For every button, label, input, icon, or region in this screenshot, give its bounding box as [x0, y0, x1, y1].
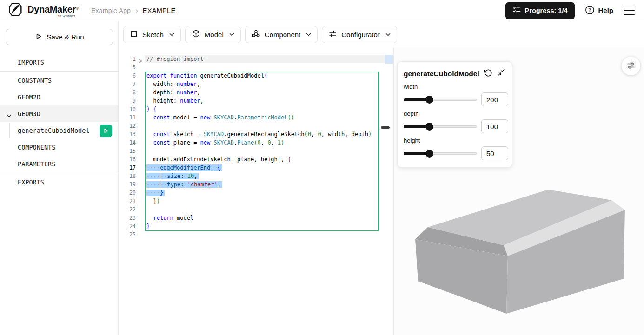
selection-highlight: ····} [146, 190, 165, 196]
sidebar-item-label: GEOM3D [18, 110, 40, 118]
height-label: height [404, 137, 506, 144]
editor-toolbar: SketchModelComponentConfigurator [119, 21, 644, 47]
code-text: return model [146, 214, 193, 222]
slider-thumb[interactable] [425, 96, 433, 104]
selection-highlight: ······size: 10, [146, 173, 199, 179]
splitter-handle[interactable] [381, 126, 390, 129]
code-line-1[interactable]: 1// #region import⋯ [119, 55, 393, 63]
code-text: ····} [146, 189, 165, 197]
code-line-18[interactable]: 18······size: 10, [119, 172, 393, 180]
code-line-11[interactable]: 11 const model = new SKYCAD.ParametricMo… [119, 113, 393, 122]
sidebar-item-label: IMPORTS [18, 59, 44, 66]
sidebar-item-geom3d[interactable]: GEOM3D [0, 105, 118, 122]
toolbar-menu-component[interactable]: Component [245, 26, 318, 43]
code-line-19[interactable]: 19······type: 'chamfer', [119, 180, 393, 189]
sidebar-item-geom2d[interactable]: GEOM2D [0, 89, 118, 105]
code-line-6[interactable]: 6export function generateCuboidModel( [119, 72, 393, 80]
chevron-down-icon [385, 33, 391, 36]
parameter-row-width: width [404, 83, 506, 106]
sidebar-item-components[interactable]: COMPONENTS [0, 139, 118, 156]
save-run-label: Save & Run [46, 33, 84, 41]
depth-input[interactable] [481, 119, 508, 133]
code-line-16[interactable]: 16 model.addExtrude(sketch, plane, heigh… [119, 155, 393, 164]
width-label: width [404, 83, 506, 90]
code-text: export function generateCuboidModel( [146, 72, 267, 80]
line-number: 6 [119, 72, 136, 80]
logo-title: DynaMaker [27, 4, 76, 14]
app-header: DynaMaker® by SkyMaker Example App › EXA… [0, 0, 644, 21]
breadcrumb-chevron-icon: › [135, 7, 138, 14]
code-line-13[interactable]: 13 const sketch = SKYCAD.generateRectang… [119, 130, 393, 138]
code-editor[interactable]: 1// #region import⋯56export function gen… [119, 47, 393, 335]
code-line-17[interactable]: 17····edgeModifierEnd: { [119, 164, 393, 172]
toolbar-menu-sketch[interactable]: Sketch [123, 26, 181, 43]
help-button[interactable]: ? Help [585, 5, 613, 16]
code-line-14[interactable]: 14 const plane = new SKYCAD.Plane(0, 0, … [119, 138, 393, 147]
code-text: const sketch = SKYCAD.generateRectangleS… [146, 130, 372, 138]
sidebar-item-constants[interactable]: CONSTANTS [0, 72, 118, 89]
app-window: DynaMaker® by SkyMaker Example App › EXA… [0, 0, 644, 335]
run-function-button[interactable] [100, 125, 112, 137]
parameter-rows: widthdepthheight [404, 83, 506, 160]
depth-slider[interactable] [404, 123, 477, 131]
sidebar-item-parameters[interactable]: PARAMETERS [0, 156, 118, 172]
code-line-21[interactable]: 21 }) [119, 197, 393, 205]
overview-ruler[interactable] [385, 47, 393, 335]
viewport-3d[interactable]: generateCuboidModel [393, 47, 644, 335]
code-line-5[interactable]: 5 [119, 63, 393, 72]
slider-thumb[interactable] [425, 123, 433, 131]
code-line-23[interactable]: 23 return model [119, 214, 393, 222]
breadcrumb: Example App › EXAMPLE [91, 7, 176, 14]
code-line-22[interactable]: 22 [119, 205, 393, 214]
chevron-down-icon [229, 33, 234, 36]
code-lines: 1// #region import⋯56export function gen… [119, 47, 393, 335]
save-run-button[interactable]: Save & Run [6, 29, 113, 45]
sidebar-item-imports[interactable]: IMPORTS [0, 54, 118, 71]
model-cube-icon [192, 29, 200, 39]
line-number: 9 [119, 97, 136, 105]
width-input[interactable] [481, 92, 508, 106]
reset-parameters-button[interactable] [483, 68, 493, 79]
dynamaker-logo[interactable]: DynaMaker® by SkyMaker [7, 2, 79, 19]
toolbar-menu-model[interactable]: Model [185, 26, 241, 43]
code-text: height: number, [146, 97, 204, 105]
code-line-7[interactable]: 7 width: number, [119, 80, 393, 88]
sidebar-item-exports[interactable]: EXPORTS [0, 174, 118, 190]
slider-thumb[interactable] [425, 150, 433, 158]
line-number: 13 [119, 130, 136, 138]
sidebar-item-label: EXPORTS [18, 178, 44, 186]
dynamaker-logo-icon [7, 2, 24, 19]
collapse-panel-button[interactable] [497, 68, 506, 79]
sidebar-item-label: GEOM2D [18, 93, 40, 101]
configurator-sliders-icon [328, 29, 337, 39]
line-number: 18 [119, 172, 136, 180]
toolbar-menu-configurator[interactable]: Configurator [322, 26, 397, 43]
code-line-12[interactable]: 12 [119, 122, 393, 130]
code-text: depth: number, [146, 88, 200, 97]
chevron-down-icon [306, 33, 311, 36]
height-input[interactable] [481, 146, 508, 160]
viewport-settings-button[interactable] [622, 57, 640, 75]
code-line-25[interactable]: 25 [119, 230, 393, 239]
chevron-down-icon[interactable] [7, 112, 12, 119]
line-number: 15 [119, 147, 136, 155]
sidebar-item-generatecuboidmodel[interactable]: generateCuboidModel [0, 122, 118, 139]
parameter-panel: generateCuboidModel [397, 61, 512, 168]
code-line-20[interactable]: 20····} [119, 189, 393, 197]
registered-mark: ® [76, 6, 79, 11]
sidebar-nav: IMPORTSCONSTANTSGEOM2DGEOM3DgenerateCubo… [0, 54, 118, 190]
code-line-10[interactable]: 10) { [119, 105, 393, 113]
breadcrumb-current-page: EXAMPLE [143, 7, 176, 14]
menu-button[interactable] [624, 7, 635, 15]
breadcrumb-app-link[interactable]: Example App [91, 7, 131, 14]
code-line-24[interactable]: 24} [119, 222, 393, 230]
width-slider[interactable] [404, 96, 477, 104]
code-line-15[interactable]: 15 [119, 147, 393, 155]
code-line-8[interactable]: 8 depth: number, [119, 88, 393, 97]
code-line-9[interactable]: 9 height: number, [119, 97, 393, 105]
progress-button[interactable]: Progress: 1/4 [505, 2, 575, 19]
height-slider[interactable] [404, 150, 477, 158]
help-icon: ? [585, 5, 595, 16]
code-text: ······size: 10, [146, 172, 199, 180]
line-number: 12 [119, 122, 136, 130]
